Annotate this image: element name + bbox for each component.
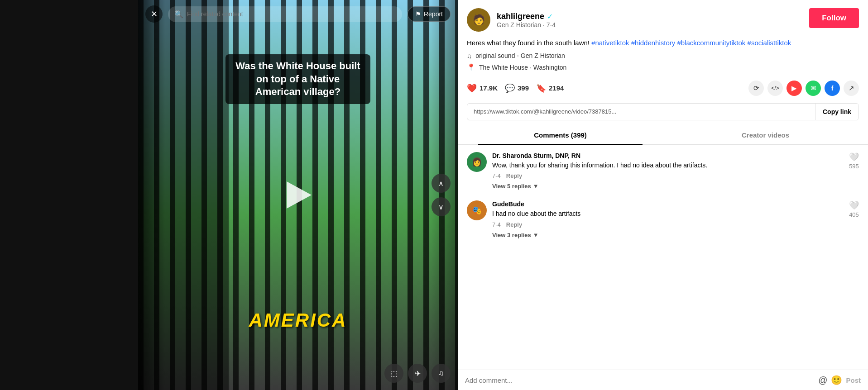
comment-body: Dr. Sharonda Sturm, DNP, RN Wow, thank y… <box>492 152 844 190</box>
likes-count: 17.9K <box>480 84 498 92</box>
volume-icon: ♫ <box>438 369 444 377</box>
hashtag-3[interactable]: #blackcommunitytiktok <box>677 39 745 47</box>
chevron-down-icon: ∨ <box>438 203 444 211</box>
dark-overlay-left <box>138 0 165 390</box>
like-heart-icon[interactable]: 🤍 <box>849 200 859 210</box>
bookmark-icon: 🔖 <box>536 83 546 93</box>
video-title-text: Was the White House built on top of a Na… <box>235 60 360 97</box>
search-bar[interactable]: 🔍 <box>168 6 402 22</box>
likes-stat[interactable]: ❤️ 17.9K <box>467 83 498 93</box>
report-label: Report <box>424 10 443 18</box>
view-replies-button[interactable]: View 5 replies ▼ <box>492 183 844 190</box>
comment-meta: 7-4 Reply <box>492 172 844 179</box>
like-count: 405 <box>849 211 859 218</box>
stats-row: ❤️ 17.9K 💬 399 🔖 2194 ⟳ </> ▶ ✉ f ↗ <box>458 76 868 100</box>
america-text-overlay: AMERICA <box>249 309 347 331</box>
play-triangle-icon <box>287 181 312 209</box>
facebook-icon-button[interactable]: f <box>825 81 840 96</box>
hashtag-2[interactable]: #hiddenhistory <box>631 39 676 47</box>
report-button[interactable]: ⚑ Report <box>408 6 451 22</box>
caption-main-text: Heres what they found in the south lawn! <box>467 39 590 47</box>
comments-count: 399 <box>518 84 529 92</box>
share-icons-row: ⟳ </> ▶ ✉ f ↗ <box>748 81 859 96</box>
caption-text: Heres what they found in the south lawn!… <box>467 38 859 48</box>
video-panel: ✕ 🔍 ⚑ Report Was the White House built o… <box>138 0 458 390</box>
screen-icon-button[interactable]: ⬚ <box>384 364 403 383</box>
user-details: kahlilgreene ✓ Gen Z Historian · 7-4 <box>497 12 556 29</box>
caption-area: Heres what they found in the south lawn!… <box>458 38 868 76</box>
comment-timestamp: 7-4 <box>492 172 501 179</box>
reply-button[interactable]: Reply <box>506 172 522 179</box>
whatsapp-icon-button[interactable]: ✉ <box>806 81 821 96</box>
avatar-image: 🧑 <box>473 14 485 26</box>
left-dark-panel <box>0 0 138 390</box>
comment-text: Wow, thank you for sharing this informat… <box>492 161 844 170</box>
video-bottom-controls: ⬚ ✈ ♫ <box>384 364 451 383</box>
comment-username: GudeBude <box>492 200 844 208</box>
right-header: 🧑 kahlilgreene ✓ Gen Z Historian · 7-4 F… <box>458 0 868 38</box>
comment-avatar[interactable]: 👩 <box>467 152 487 172</box>
sound-label[interactable]: original sound - Gen Z Historian <box>475 52 565 59</box>
scroll-down-arrow[interactable]: ∨ <box>432 197 451 216</box>
comment-item: 👩 Dr. Sharonda Sturm, DNP, RN Wow, thank… <box>467 152 859 190</box>
location-icon: 📍 <box>467 63 475 71</box>
comment-icon: 💬 <box>505 83 515 93</box>
scroll-up-arrow[interactable]: ∧ <box>432 174 451 193</box>
like-heart-icon[interactable]: 🤍 <box>849 152 859 162</box>
repost-icon-button[interactable]: ⟳ <box>748 81 764 96</box>
view-replies-button[interactable]: View 3 replies ▼ <box>492 232 844 238</box>
follow-button[interactable]: Follow <box>809 8 859 28</box>
search-icon: 🔍 <box>174 10 183 19</box>
username[interactable]: kahlilgreene <box>497 12 544 21</box>
sound-row: ♫ original sound - Gen Z Historian <box>467 52 859 60</box>
avatar[interactable]: 🧑 <box>467 8 490 32</box>
like-count: 595 <box>849 163 859 170</box>
view-replies-label: View 3 replies <box>492 232 531 238</box>
hashtag-1[interactable]: #nativetiktok <box>591 39 629 47</box>
commenter-avatar-icon: 👩 <box>472 157 482 167</box>
comment-input[interactable] <box>465 376 815 384</box>
link-row: https://www.tiktok.com/@kahlilgreene/vid… <box>467 103 859 120</box>
comment-item: 🎭 GudeBude I had no clue about the artif… <box>467 200 859 238</box>
close-button[interactable]: ✕ <box>145 5 163 23</box>
play-button[interactable] <box>282 179 314 211</box>
right-panel: 🧑 kahlilgreene ✓ Gen Z Historian · 7-4 F… <box>458 0 868 390</box>
comment-like: 🤍 595 <box>849 152 859 190</box>
at-icon[interactable]: @ <box>818 375 827 385</box>
heart-icon: ❤️ <box>467 83 477 93</box>
bookmarks-count: 2194 <box>549 84 564 92</box>
location-label[interactable]: The White House · Washington <box>479 64 566 71</box>
comment-like: 🤍 405 <box>849 200 859 238</box>
comment-username: Dr. Sharonda Sturm, DNP, RN <box>492 152 844 159</box>
volume-button[interactable]: ♫ <box>432 364 451 383</box>
reply-button[interactable]: Reply <box>506 221 522 228</box>
search-input[interactable] <box>187 10 396 18</box>
comment-meta: 7-4 Reply <box>492 221 844 228</box>
verified-badge-icon: ✓ <box>547 12 553 21</box>
video-top-bar: ✕ 🔍 ⚑ Report <box>138 0 458 28</box>
view-replies-label: View 5 replies <box>492 183 531 190</box>
user-subtext: Gen Z Historian · 7-4 <box>497 21 556 29</box>
location-row: 📍 The White House · Washington <box>467 63 859 71</box>
share-video-icon: ✈ <box>415 369 421 378</box>
comments-stat[interactable]: 💬 399 <box>505 83 529 93</box>
flag-icon: ⚑ <box>415 10 421 18</box>
chevron-up-icon: ∧ <box>438 179 444 188</box>
code-icon-button[interactable]: </> <box>767 81 783 96</box>
external-share-icon-button[interactable]: ↗ <box>844 81 859 96</box>
share-video-button[interactable]: ✈ <box>408 364 427 383</box>
bookmarks-stat[interactable]: 🔖 2194 <box>536 83 564 93</box>
hashtag-4[interactable]: #socialisttiktok <box>748 39 791 47</box>
comment-body: GudeBude I had no clue about the artifac… <box>492 200 844 238</box>
comment-timestamp: 7-4 <box>492 221 501 228</box>
comment-input-area: @ 🙂 Post <box>458 370 868 390</box>
username-row: kahlilgreene ✓ <box>497 12 556 21</box>
tab-comments[interactable]: Comments (399) <box>458 126 663 144</box>
copy-link-button[interactable]: Copy link <box>815 104 858 120</box>
emoji-icon[interactable]: 🙂 <box>831 375 842 385</box>
comment-avatar[interactable]: 🎭 <box>467 200 487 220</box>
tab-creator-videos[interactable]: Creator videos <box>663 126 868 144</box>
tiktok-icon-button[interactable]: ▶ <box>786 81 802 96</box>
commenter-avatar-icon: 🎭 <box>472 205 482 215</box>
post-button[interactable]: Post <box>846 376 861 384</box>
